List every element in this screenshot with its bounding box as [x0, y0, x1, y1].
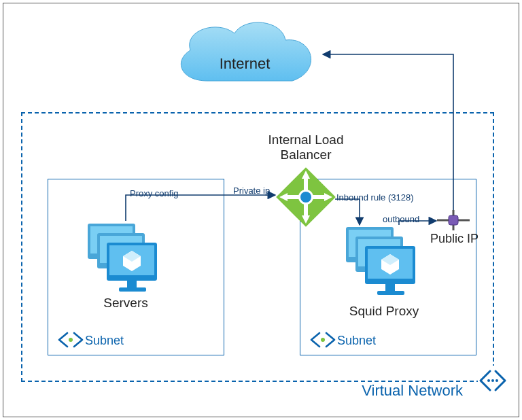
svg-point-15 — [300, 192, 311, 203]
svg-point-3 — [69, 338, 73, 342]
load-balancer-label: Internal Load Balancer — [262, 133, 350, 162]
public-ip-label: Public IP — [430, 232, 478, 246]
internet-label: Internet — [167, 55, 323, 73]
edge-outbound: outbound — [383, 214, 419, 224]
svg-rect-22 — [127, 281, 137, 287]
svg-rect-32 — [385, 284, 395, 291]
svg-point-1 — [491, 379, 494, 382]
vnet-icon — [478, 366, 508, 396]
svg-point-0 — [487, 379, 490, 382]
squid-proxy-icon — [343, 224, 425, 299]
svg-rect-38 — [449, 215, 458, 225]
servers-icon — [85, 221, 167, 296]
subnet-label: Subnet — [337, 334, 376, 348]
svg-point-2 — [495, 379, 498, 382]
servers-caption: Servers — [95, 296, 156, 311]
diagram-canvas: Virtual Network Subnet Subnet — [3, 3, 519, 417]
svg-rect-33 — [377, 291, 404, 295]
svg-point-4 — [321, 338, 325, 342]
subnet-label: Subnet — [85, 334, 124, 348]
edge-inbound-rule: Inbound rule (3128) — [336, 192, 413, 203]
edge-private-ip: Private ip — [233, 186, 270, 196]
edge-proxy-config: Proxy config — [130, 188, 179, 198]
internet-cloud: Internet — [167, 13, 323, 101]
svg-rect-23 — [119, 287, 146, 292]
vnet-label: Virtual Network — [362, 382, 463, 400]
proxy-caption: Squid Proxy — [343, 304, 425, 319]
load-balancer-icon — [275, 167, 336, 228]
subnet-icon — [58, 330, 84, 349]
public-ip-icon — [437, 210, 470, 230]
subnet-icon — [310, 330, 336, 349]
